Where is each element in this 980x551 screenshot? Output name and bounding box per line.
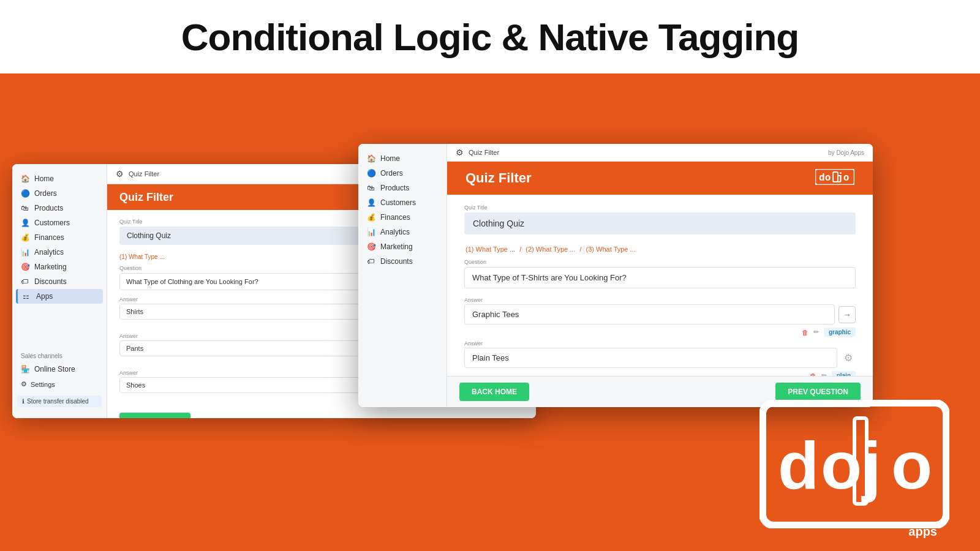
svg-text:d: d xyxy=(778,427,819,503)
marketing-icon2: 🎯 xyxy=(367,242,375,251)
svg-text:o: o xyxy=(891,427,932,503)
apps-icon: ⚏ xyxy=(23,292,31,301)
tag-badge-graphic: graphic xyxy=(824,328,856,337)
bottom-section: 🏠 Home 🔵 Orders 🛍 Products 👤 Customers 💰… xyxy=(0,73,980,551)
sidebar-item-label: Online Store xyxy=(34,365,75,373)
sidebar2-item-label: Analytics xyxy=(380,228,410,236)
discounts-icon: 🏷 xyxy=(21,277,29,286)
sidebar-item-label: Finances xyxy=(34,233,64,242)
sidebar2-item-home[interactable]: 🏠 Home xyxy=(358,151,447,166)
sidebar-item-label: Home xyxy=(34,174,54,183)
settings-label: Settings xyxy=(31,381,55,388)
chrome-bar2: ⚙ Quiz Filter by Dojo Apps xyxy=(447,144,873,162)
sidebar-item-online-store[interactable]: 🏪 Online Store xyxy=(12,362,107,377)
breadcrumb-step3: (3) What Type ... xyxy=(586,246,636,253)
answer-label2-2: Answer xyxy=(464,340,856,347)
products-icon2: 🛍 xyxy=(367,184,375,192)
sidebar2-item-customers[interactable]: 👤 Customers xyxy=(358,195,447,210)
window2: 🏠 Home 🔵 Orders 🛍 Products 👤 Customers 💰… xyxy=(358,144,873,407)
back-home-button[interactable]: BACK HOME xyxy=(459,383,529,401)
answer-row2-2: Answer ⚙ 🗑 ✏ plain xyxy=(464,340,856,376)
sidebar-item-orders[interactable]: 🔵 Orders xyxy=(12,186,107,201)
pencil-icon-graphic[interactable]: ✏ xyxy=(813,328,819,336)
sidebar2: 🏠 Home 🔵 Orders 🛍 Products 👤 Customers 💰… xyxy=(358,144,447,407)
gear-icon-plain[interactable]: ⚙ xyxy=(841,351,856,365)
breadcrumb-steps2: (1) What Type ... / (2) What Type ... / … xyxy=(464,246,856,253)
question-input2[interactable] xyxy=(464,267,856,288)
svg-text:j: j xyxy=(861,427,881,503)
answer-label2-1: Answer xyxy=(464,297,856,303)
orange-header2: Quiz Filter do jo xyxy=(447,162,873,195)
sidebar-item-products[interactable]: 🛍 Products xyxy=(12,201,107,216)
sidebar-item-label: Discounts xyxy=(34,277,67,286)
settings-item[interactable]: ⚙ Settings xyxy=(12,377,107,392)
home-icon: 🏠 xyxy=(21,174,29,183)
sidebar-item-label: Analytics xyxy=(34,248,64,257)
orders-icon2: 🔵 xyxy=(367,169,375,178)
sidebar-item-discounts[interactable]: 🏷 Discounts xyxy=(12,274,107,289)
prev-question-button[interactable]: PREV QUESTION xyxy=(775,383,861,401)
trash-icon-graphic[interactable]: 🗑 xyxy=(802,329,809,336)
online-store-icon: 🏪 xyxy=(21,365,29,373)
sidebar-item-home[interactable]: 🏠 Home xyxy=(12,171,107,186)
sidebar1: 🏠 Home 🔵 Orders 🛍 Products 👤 Customers 💰… xyxy=(12,164,107,418)
store-transfer-info: ℹ Store transfer disabled xyxy=(17,395,102,407)
sidebar2-item-marketing[interactable]: 🎯 Marketing xyxy=(358,239,447,254)
sidebar2-item-orders[interactable]: 🔵 Orders xyxy=(358,166,447,181)
sidebar-item-apps[interactable]: ⚏ Apps xyxy=(16,289,103,304)
sidebar-item-marketing[interactable]: 🎯 Marketing xyxy=(12,260,107,274)
arrow-btn-graphic[interactable]: → xyxy=(839,306,856,323)
sidebar2-item-label: Customers xyxy=(380,198,416,207)
chrome-left2: ⚙ Quiz Filter xyxy=(456,148,499,157)
sidebar2-item-label: Finances xyxy=(380,213,410,222)
sidebar-item-customers[interactable]: 👤 Customers xyxy=(12,216,107,230)
sidebar2-item-label: Marketing xyxy=(380,242,413,251)
chrome-left: ⚙ Quiz Filter xyxy=(116,169,159,179)
settings-icon: ⚙ xyxy=(21,380,27,388)
sidebar-item-label: Orders xyxy=(34,189,57,198)
sidebar-item-label: Apps xyxy=(36,292,53,301)
sidebar2-item-products[interactable]: 🛍 Products xyxy=(358,181,447,195)
sidebar2-item-label: Home xyxy=(380,154,400,163)
finances-icon2: 💰 xyxy=(367,213,375,222)
sales-channels-label: Sales channels xyxy=(12,350,107,362)
customers-icon: 👤 xyxy=(21,219,29,227)
analytics-icon2: 📊 xyxy=(367,228,375,236)
answer-input-plain[interactable] xyxy=(464,348,837,368)
by-dojo-label2: by Dojo Apps xyxy=(828,149,864,156)
sidebar-item-label: Marketing xyxy=(34,263,67,271)
sidebar2-item-label: Products xyxy=(380,184,409,192)
breadcrumb-sep1: / xyxy=(519,246,523,253)
sidebar2-item-discounts[interactable]: 🏷 Discounts xyxy=(358,254,447,269)
home-icon2: 🏠 xyxy=(367,154,375,163)
add-answer-button1[interactable]: ADD ANSWER xyxy=(119,413,190,418)
quiz-filter-title2: Quiz Filter xyxy=(466,170,532,186)
svg-text:jo: jo xyxy=(837,171,849,183)
store-transfer-label: Store transfer disabled xyxy=(27,398,89,405)
answer-input-graphic[interactable] xyxy=(464,304,835,324)
sidebar-item-finances[interactable]: 💰 Finances xyxy=(12,230,107,245)
quiz-title-label2: Quiz Title xyxy=(464,204,856,211)
dojo-logo-large: d o j o apps xyxy=(760,400,949,539)
customers-icon2: 👤 xyxy=(367,198,375,207)
sidebar-item-analytics[interactable]: 📊 Analytics xyxy=(12,245,107,260)
sidebar2-item-analytics[interactable]: 📊 Analytics xyxy=(358,225,447,239)
sidebar2-item-label: Discounts xyxy=(380,257,413,266)
breadcrumb-step2: (2) What Type ... xyxy=(526,246,575,253)
answer-row2-1: Answer → 🗑 ✏ graphic xyxy=(464,297,856,337)
quiz-filter-title1: Quiz Filter xyxy=(119,191,173,204)
marketing-icon: 🎯 xyxy=(21,263,29,271)
finances-icon: 💰 xyxy=(21,233,29,242)
discounts-icon2: 🏷 xyxy=(367,257,375,266)
sidebar2-item-label: Orders xyxy=(380,169,403,178)
analytics-icon: 📊 xyxy=(21,248,29,257)
quiz-content2: Quiz Title Clothing Quiz (1) What Type .… xyxy=(447,195,873,376)
breadcrumb-step1: (1) What Type ... xyxy=(466,246,515,253)
pencil-icon-plain[interactable]: ✏ xyxy=(821,372,827,376)
quiz-title-input2[interactable]: Clothing Quiz xyxy=(464,212,856,234)
page-title: Conditional Logic & Native Tagging xyxy=(181,15,799,59)
products-icon: 🛍 xyxy=(21,204,29,212)
sidebar-item-label: Products xyxy=(34,204,63,212)
sidebar2-item-finances[interactable]: 💰 Finances xyxy=(358,210,447,225)
window2-main: ⚙ Quiz Filter by Dojo Apps Quiz Filter d… xyxy=(447,144,873,407)
